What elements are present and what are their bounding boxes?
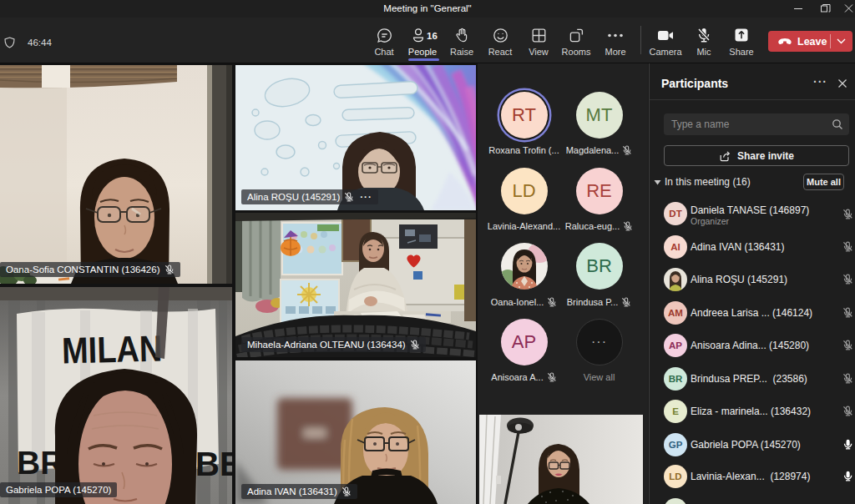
svg-text:MILAN: MILAN (61, 327, 162, 370)
svg-text:BE: BE (195, 446, 232, 482)
